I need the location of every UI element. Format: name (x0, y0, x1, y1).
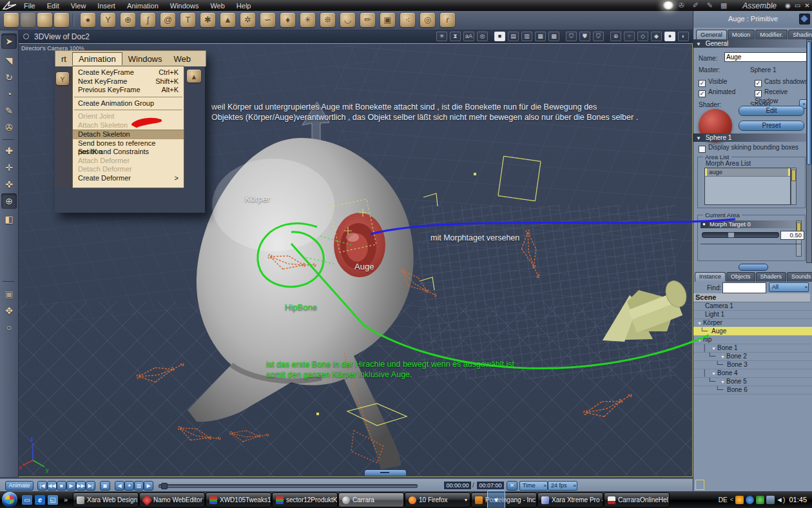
layout-three-pane-icon[interactable]: ▥ (521, 32, 532, 41)
insert-terrain-icon[interactable]: ▲ (220, 13, 235, 27)
assemble-hand-tool-icon[interactable] (662, 1, 674, 10)
translate-plane-tool-icon[interactable]: ✛ (1, 160, 17, 175)
tab-objects[interactable]: Objects (726, 272, 755, 282)
play-button[interactable]: ▶ (66, 481, 76, 491)
tab-motion[interactable]: Motion (728, 30, 755, 39)
shader-preset-button[interactable]: Preset (739, 121, 804, 131)
insert-text-icon[interactable]: T (180, 13, 195, 27)
tree-row-bone1[interactable]: │ ▼Bone 1 (693, 344, 812, 353)
show-desktop-icon[interactable]: ▭ (22, 495, 32, 505)
prev-key-button[interactable]: ◀ (115, 481, 124, 491)
menu-item-set-ik[interactable]: Set IK and Constraints (73, 148, 184, 157)
insert-bone-icon[interactable]: ʃ (140, 13, 155, 27)
animate-toggle-button[interactable]: Animate (5, 481, 34, 491)
menu-insert[interactable]: Insert (92, 2, 121, 10)
track-view-icon[interactable]: ✳ (436, 32, 447, 41)
go-start-button[interactable]: |◀ (37, 481, 47, 491)
text-size-icon[interactable]: aA (463, 32, 474, 41)
tab-instance[interactable]: Instance (695, 272, 726, 282)
scene-root-row[interactable]: Scene (693, 293, 810, 302)
camera-preset-top-icon[interactable]: ⛉ (593, 32, 604, 41)
sphere-section-header[interactable]: ▼ Sphere 1 (693, 133, 811, 142)
name-input[interactable] (724, 52, 808, 62)
menu-animation[interactable]: Animation (121, 2, 164, 10)
quicklaunch-overflow-icon[interactable]: » (61, 495, 71, 505)
insert-fountain-icon[interactable]: ✳ (300, 13, 315, 27)
morph-slider-knob[interactable] (728, 232, 735, 238)
tab-modifier[interactable]: Modifier. (755, 30, 788, 39)
morph-list-scrollbar[interactable] (791, 168, 797, 205)
taskbar-carrara[interactable]: Carrara (338, 493, 404, 507)
select-arrow-tool-icon[interactable]: ➤ (1, 34, 17, 49)
next-key-button[interactable]: ▶ (144, 481, 153, 491)
menu-item-create-animation-group[interactable]: Create Animation Group (73, 99, 184, 108)
clock[interactable]: 01:45 (789, 496, 807, 503)
taskbar-xara-web-designer[interactable]: Xara Web Design... (73, 493, 139, 507)
flat-shade-mode-icon[interactable]: ◆ (651, 32, 662, 41)
tree-row-light1[interactable]: Light 1 (693, 310, 812, 319)
eye-window-icon[interactable]: ◉ (783, 2, 793, 9)
tree-row-auge[interactable]: └─ Auge (693, 327, 812, 336)
insert-particles-icon[interactable]: ✱ (200, 13, 215, 27)
tray-messenger-icon[interactable] (756, 496, 764, 504)
casts-shadows-checkbox[interactable]: ✓Casts shadows (755, 78, 808, 87)
camera-preset-side-icon[interactable]: ⛊ (579, 32, 590, 41)
tree-row-bone3[interactable]: └─ Bone 3 (693, 360, 812, 369)
general-section-header[interactable]: ▼ General (693, 39, 811, 48)
wireframe-mode-icon[interactable]: ◇ (637, 32, 648, 41)
taskbar-xara-xtreme[interactable]: Xara Xtreme Pro -... (537, 493, 603, 507)
camera-tool-icon[interactable]: ▣ (1, 286, 17, 302)
morph-area-item-auge[interactable]: auge (705, 168, 790, 177)
animated-checkbox[interactable]: ✓Animated (699, 88, 735, 97)
bounding-box-mode-icon[interactable]: ⁘ (624, 32, 635, 41)
menu-item-detach-skeleton[interactable]: Detach Skeleton (73, 130, 184, 139)
pan-hand-tool-icon[interactable] (21, 13, 35, 27)
universal-manipulator-icon[interactable]: ⊕ (1, 193, 17, 209)
layout-single-icon[interactable]: ■ (494, 32, 505, 41)
add-keyframe-button[interactable]: ✦ (124, 481, 134, 491)
tray-expand-icon[interactable]: < (730, 496, 733, 503)
morph-slider[interactable] (702, 232, 779, 238)
tab-general[interactable]: General (696, 30, 727, 39)
rotate-tool-icon[interactable]: ↻ (1, 70, 17, 85)
tree-row-camera1[interactable]: Camera 1 (693, 302, 812, 311)
menu-file[interactable]: File (18, 2, 41, 10)
menu-edit[interactable]: Edit (41, 2, 65, 10)
insert-light-icon[interactable]: ✏ (360, 13, 375, 27)
morph-area-listbox[interactable]: auge (704, 168, 791, 205)
taskbar-namo-webeditor[interactable]: Namo WebEditor (139, 493, 205, 507)
shader-edit-button[interactable]: Edit (739, 106, 804, 116)
panel-options-button[interactable] (799, 14, 810, 24)
translate-xy-tool-icon[interactable]: ✚ (1, 143, 17, 159)
layout-two-pane-icon[interactable]: ▤ (508, 32, 519, 41)
maximize-window-icon[interactable]: ▭ (793, 2, 802, 9)
link-tool-icon[interactable]: ✇ (1, 120, 17, 135)
taskbar-xwd-tweaks-archive[interactable]: XWD105Tweaks1... (206, 493, 271, 507)
network-icon[interactable] (766, 496, 775, 504)
panel-divider-handle[interactable] (739, 264, 768, 271)
time-scrubber-track[interactable] (159, 484, 418, 488)
knife-tool-icon[interactable]: ✎ (1, 103, 17, 119)
tab-shaders[interactable]: Shaders (756, 272, 787, 282)
insert-tree-icon[interactable]: ✲ (240, 13, 255, 27)
start-button[interactable] (2, 492, 17, 507)
menu-windows[interactable]: Windows (164, 2, 205, 10)
insert-fire-icon[interactable]: ♦ (280, 13, 295, 27)
insert-cloud-icon[interactable]: ∽ (260, 13, 275, 27)
smooth-shade-mode-icon[interactable]: ● (664, 32, 675, 41)
overlay-menu-windows[interactable]: Windows (122, 53, 168, 65)
insert-target-icon[interactable]: ◎ (420, 13, 435, 27)
overlay-menu-web[interactable]: Web (168, 53, 197, 65)
move-3d-tool-icon[interactable]: ◥ (1, 53, 17, 68)
visible-checkbox[interactable]: ✓Visible (699, 78, 727, 87)
go-end-button[interactable]: ▶| (86, 481, 95, 491)
menu-item-send-bones[interactable]: Send bones to reference position (73, 139, 184, 148)
tree-row-bone6[interactable]: └─ Bone 6 (693, 386, 812, 395)
hourglass-icon[interactable]: ⧗ (450, 32, 461, 41)
layout-custom-icon[interactable]: ▩ (548, 32, 559, 41)
tree-row-bone4[interactable]: │ ▼Bone 4 (693, 369, 812, 378)
hand-pan-tool-icon[interactable]: ✥ (1, 303, 17, 318)
loop-button[interactable]: ▣ (100, 481, 110, 491)
time-mode-dropdown[interactable]: Time» (519, 481, 548, 491)
explorer-icon[interactable]: ◱ (48, 495, 58, 505)
